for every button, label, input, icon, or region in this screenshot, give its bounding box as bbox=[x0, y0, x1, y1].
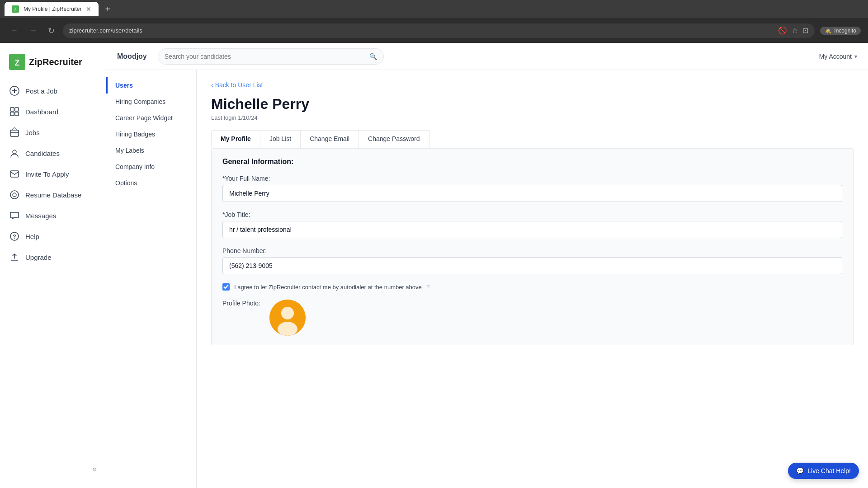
sub-sidebar-label: Company Info bbox=[115, 163, 155, 170]
full-name-group: *Your Full Name: bbox=[222, 175, 842, 202]
sub-sidebar-item-career-page-widget[interactable]: Career Page Widget bbox=[106, 110, 196, 126]
upgrade-icon bbox=[9, 252, 20, 263]
sidebar-item-label: Jobs bbox=[25, 129, 40, 136]
tab-change-email-label: Change Email bbox=[310, 135, 349, 142]
messages-icon bbox=[9, 210, 20, 221]
eye-off-icon: 🚫 bbox=[778, 26, 787, 35]
sidebar-item-jobs[interactable]: Jobs bbox=[0, 122, 106, 142]
post-a-job-icon bbox=[9, 85, 20, 96]
sub-sidebar-item-my-labels[interactable]: My Labels bbox=[106, 142, 196, 159]
autodialer-consent-row: I agree to let ZipRecruiter contact me b… bbox=[222, 283, 842, 291]
back-chevron-icon: ‹ bbox=[211, 81, 213, 89]
live-chat-button[interactable]: 💬 Live Chat Help! bbox=[788, 463, 859, 479]
sidebar-item-label: Help bbox=[25, 233, 39, 240]
job-title-input[interactable] bbox=[222, 221, 842, 238]
tab-title: My Profile | ZipRecruiter bbox=[24, 6, 81, 12]
svg-point-13 bbox=[10, 191, 19, 199]
top-header: Moodjoy 🔍 My Account ▾ bbox=[106, 43, 868, 70]
job-title-label: *Job Title: bbox=[222, 211, 842, 218]
logo-text: ZipRecruiter bbox=[29, 57, 82, 67]
browser-tab-active[interactable]: Z My Profile | ZipRecruiter ✕ bbox=[5, 2, 99, 16]
address-text: ziprecruiter.com/user/details bbox=[69, 27, 142, 34]
sub-sidebar-item-hiring-badges[interactable]: Hiring Badges bbox=[106, 126, 196, 142]
incognito-badge: 🕵 Incognito bbox=[820, 27, 861, 35]
dashboard-icon bbox=[9, 106, 20, 117]
my-account-button[interactable]: My Account ▾ bbox=[819, 53, 857, 60]
back-button[interactable]: ← bbox=[7, 24, 21, 37]
sidebar-item-resume-database[interactable]: Resume Database bbox=[0, 185, 106, 205]
tab-change-password-label: Change Password bbox=[368, 135, 420, 142]
tab-job-list[interactable]: Job List bbox=[260, 130, 301, 148]
tab-close-button[interactable]: ✕ bbox=[86, 5, 91, 13]
forward-button[interactable]: → bbox=[26, 24, 40, 37]
live-chat-label: Live Chat Help! bbox=[807, 467, 851, 474]
sidebar-logo: Z ZipRecruiter bbox=[0, 50, 106, 81]
tab-change-email[interactable]: Change Email bbox=[300, 130, 359, 148]
phone-input[interactable] bbox=[222, 257, 842, 274]
sub-sidebar-label: My Labels bbox=[115, 147, 144, 154]
sub-sidebar-label: Career Page Widget bbox=[115, 114, 173, 122]
search-input[interactable] bbox=[165, 53, 366, 60]
sub-sidebar-item-company-info[interactable]: Company Info bbox=[106, 159, 196, 175]
sidebar-item-dashboard[interactable]: Dashboard bbox=[0, 102, 106, 122]
full-name-input[interactable] bbox=[222, 185, 842, 202]
collapse-sidebar-button[interactable]: « bbox=[92, 464, 97, 474]
autodialer-checkbox[interactable] bbox=[222, 283, 230, 291]
sidebar-item-label: Post a Job bbox=[25, 87, 57, 95]
phone-number-group: Phone Number: bbox=[222, 247, 842, 274]
my-account-label: My Account bbox=[819, 53, 852, 60]
back-to-user-list-link[interactable]: ‹ Back to User List bbox=[211, 81, 263, 89]
browser-chrome: Z My Profile | ZipRecruiter ✕ + ← → ↻ zi… bbox=[0, 0, 868, 43]
tab-change-password[interactable]: Change Password bbox=[359, 130, 429, 148]
svg-point-18 bbox=[281, 307, 294, 319]
jobs-icon bbox=[9, 127, 20, 138]
live-chat-icon: 💬 bbox=[796, 467, 804, 474]
tab-bar: Z My Profile | ZipRecruiter ✕ + bbox=[0, 0, 868, 18]
svg-point-14 bbox=[13, 193, 16, 197]
svg-rect-6 bbox=[15, 108, 19, 111]
sub-sidebar-item-users[interactable]: Users bbox=[106, 77, 196, 94]
content-area: Users Hiring Companies Career Page Widge… bbox=[106, 70, 868, 488]
sidebar-item-label: Resume Database bbox=[25, 191, 81, 199]
sidebar-item-help[interactable]: ? Help bbox=[0, 226, 106, 246]
main-area: Moodjoy 🔍 My Account ▾ Users Hiring Comp… bbox=[106, 43, 868, 488]
svg-text:?: ? bbox=[13, 234, 16, 240]
sub-sidebar: Users Hiring Companies Career Page Widge… bbox=[106, 70, 197, 488]
sub-sidebar-label: Options bbox=[115, 179, 137, 187]
sidebar-item-upgrade[interactable]: Upgrade bbox=[0, 247, 106, 267]
sub-sidebar-label: Hiring Badges bbox=[115, 131, 155, 138]
address-bar[interactable]: ziprecruiter.com/user/details 🚫 ☆ ⊡ bbox=[63, 23, 815, 38]
sub-sidebar-item-hiring-companies[interactable]: Hiring Companies bbox=[106, 94, 196, 110]
avatar-placeholder-icon bbox=[269, 300, 306, 336]
profile-tabs: My Profile Job List Change Email Change … bbox=[211, 130, 854, 148]
user-name-heading: Michelle Perry bbox=[211, 96, 854, 113]
new-tab-button[interactable]: + bbox=[101, 2, 114, 16]
full-name-label: *Your Full Name: bbox=[222, 175, 842, 182]
profile-photo-label: Profile Photo: bbox=[222, 300, 260, 307]
svg-text:Z: Z bbox=[15, 58, 20, 67]
help-icon: ? bbox=[9, 231, 20, 242]
svg-rect-7 bbox=[10, 112, 14, 116]
svg-point-11 bbox=[13, 150, 16, 154]
tab-my-profile[interactable]: My Profile bbox=[211, 130, 260, 148]
sidebar-item-label: Candidates bbox=[25, 150, 60, 157]
sidebar-item-messages[interactable]: Messages bbox=[0, 206, 106, 225]
section-title: General Information: bbox=[222, 158, 842, 166]
sidebar-item-candidates[interactable]: Candidates bbox=[0, 143, 106, 163]
sidebar-item-invite-to-apply[interactable]: Invite To Apply bbox=[0, 164, 106, 184]
autodialer-help-icon[interactable]: ? bbox=[426, 283, 430, 291]
svg-rect-9 bbox=[10, 130, 19, 136]
sub-sidebar-item-options[interactable]: Options bbox=[106, 175, 196, 191]
last-login-text: Last login 1/10/24 bbox=[211, 114, 854, 121]
profile-photo-section: Profile Photo: bbox=[222, 300, 842, 336]
profile-photo-avatar bbox=[269, 300, 306, 336]
sidebar-item-label: Invite To Apply bbox=[25, 170, 69, 178]
candidates-icon bbox=[9, 148, 20, 159]
star-icon[interactable]: ☆ bbox=[792, 26, 798, 35]
split-screen-icon[interactable]: ⊡ bbox=[802, 26, 808, 35]
sidebar-item-post-a-job[interactable]: Post a Job bbox=[0, 81, 106, 101]
brand-name: Moodjoy bbox=[117, 52, 147, 61]
resume-database-icon bbox=[9, 189, 20, 200]
search-bar[interactable]: 🔍 bbox=[158, 48, 384, 65]
reload-button[interactable]: ↻ bbox=[45, 24, 57, 38]
